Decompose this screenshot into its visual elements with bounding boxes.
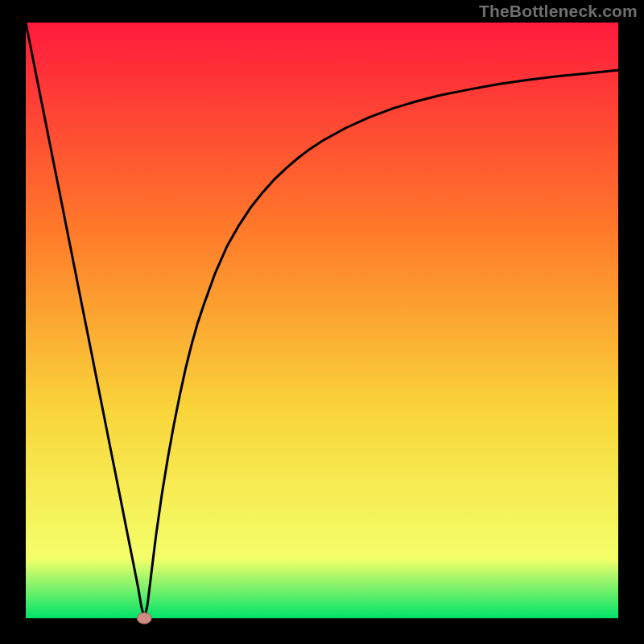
gradient-background — [26, 23, 618, 618]
optimum-marker — [137, 613, 151, 624]
bottleneck-chart — [0, 0, 644, 644]
chart-frame: TheBottleneck.com — [0, 0, 644, 644]
